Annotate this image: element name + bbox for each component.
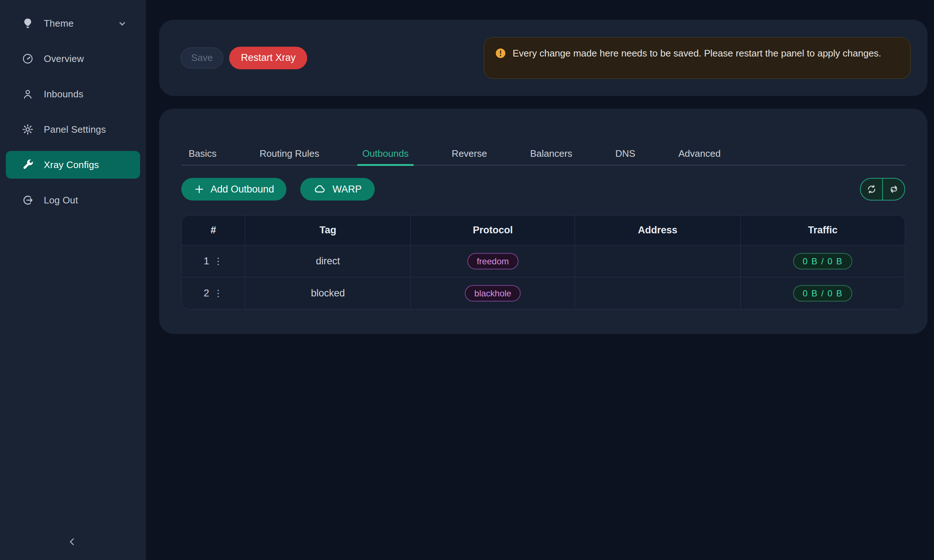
- column-header-address: Address: [575, 215, 741, 245]
- kebab-menu-icon[interactable]: [213, 256, 223, 267]
- chevron-down-icon: [117, 19, 127, 28]
- refresh-button[interactable]: [861, 178, 883, 200]
- tab-bar: Basics Routing Rules Outbounds Reverse B…: [181, 142, 905, 166]
- dashboard-icon: [22, 53, 34, 65]
- kebab-menu-icon[interactable]: [213, 288, 223, 299]
- protocol-badge: freedom: [467, 253, 518, 269]
- traffic-badge: 0 B / 0 B: [793, 285, 852, 302]
- column-header-protocol: Protocol: [411, 215, 575, 245]
- tab-reverse[interactable]: Reverse: [452, 142, 487, 165]
- sidebar-item-label: Log Out: [44, 195, 78, 206]
- warp-label: WARP: [332, 184, 362, 195]
- column-header-index: #: [182, 215, 245, 245]
- add-outbound-button[interactable]: Add Outbound: [181, 178, 287, 200]
- outbounds-table: # Tag Protocol Address Traffic 1 direct …: [181, 215, 905, 309]
- cloud-icon: [313, 184, 327, 195]
- outbounds-actions: Add Outbound WARP: [181, 178, 905, 200]
- row-index: 2: [203, 288, 209, 299]
- tab-routing-rules[interactable]: Routing Rules: [260, 142, 319, 165]
- warning-circle-icon: [495, 48, 506, 59]
- wrench-icon: [22, 159, 34, 171]
- warp-button[interactable]: WARP: [300, 178, 375, 200]
- address-cell: [575, 245, 741, 277]
- tag-cell: direct: [245, 245, 411, 277]
- sidebar-item-label: Xray Configs: [44, 159, 99, 171]
- repeat-button[interactable]: [883, 178, 905, 200]
- sidebar: Theme Overview Inbounds: [0, 0, 146, 560]
- bulb-icon: [22, 17, 34, 29]
- column-header-traffic: Traffic: [741, 215, 905, 245]
- traffic-badge: 0 B / 0 B: [793, 253, 852, 269]
- alert-message: Every change made here needs to be saved…: [513, 46, 881, 61]
- table-header-row: # Tag Protocol Address Traffic: [182, 215, 905, 245]
- table-row: 2 blocked blackhole 0 B / 0 B: [182, 277, 905, 309]
- repeat-icon: [888, 184, 899, 195]
- sidebar-item-label: Overview: [44, 53, 84, 65]
- sidebar-item-inbounds[interactable]: Inbounds: [6, 80, 140, 108]
- sidebar-menu: Theme Overview Inbounds: [0, 0, 146, 214]
- tab-dns[interactable]: DNS: [615, 142, 635, 165]
- sidebar-item-label: Inbounds: [44, 89, 83, 100]
- plus-icon: [194, 184, 205, 195]
- sidebar-item-label: Theme: [44, 18, 74, 29]
- address-cell: [575, 277, 741, 309]
- sidebar-item-label: Panel Settings: [44, 124, 106, 135]
- table-row: 1 direct freedom 0 B / 0 B: [182, 245, 905, 277]
- warning-alert: Every change made here needs to be saved…: [484, 37, 911, 79]
- xray-config-card: Basics Routing Rules Outbounds Reverse B…: [159, 109, 928, 334]
- refresh-icon: [866, 184, 877, 195]
- sidebar-collapse-button[interactable]: [63, 534, 82, 550]
- tab-advanced[interactable]: Advanced: [678, 142, 721, 165]
- save-button[interactable]: Save: [180, 48, 223, 69]
- tab-outbounds[interactable]: Outbounds: [362, 142, 408, 165]
- add-outbound-label: Add Outbound: [211, 184, 274, 195]
- gear-icon: [22, 124, 34, 135]
- chevron-left-icon: [63, 536, 82, 547]
- tab-balancers[interactable]: Balancers: [530, 142, 572, 165]
- user-icon: [22, 88, 34, 100]
- sidebar-item-xray-configs[interactable]: Xray Configs: [6, 151, 140, 178]
- sidebar-item-log-out[interactable]: Log Out: [6, 186, 140, 214]
- column-header-tag: Tag: [245, 215, 411, 245]
- toolbar-card: Save Restart Xray Every change made here…: [159, 20, 928, 96]
- restart-xray-button[interactable]: Restart Xray: [229, 47, 307, 69]
- protocol-badge: blackhole: [465, 285, 521, 302]
- sidebar-item-overview[interactable]: Overview: [6, 45, 140, 72]
- sidebar-item-panel-settings[interactable]: Panel Settings: [6, 115, 140, 143]
- tag-cell: blocked: [245, 277, 411, 309]
- sidebar-item-theme[interactable]: Theme: [6, 9, 140, 37]
- table-tools-group: [860, 178, 905, 200]
- row-index: 1: [203, 255, 209, 267]
- tab-basics[interactable]: Basics: [189, 142, 217, 165]
- logout-icon: [22, 194, 34, 206]
